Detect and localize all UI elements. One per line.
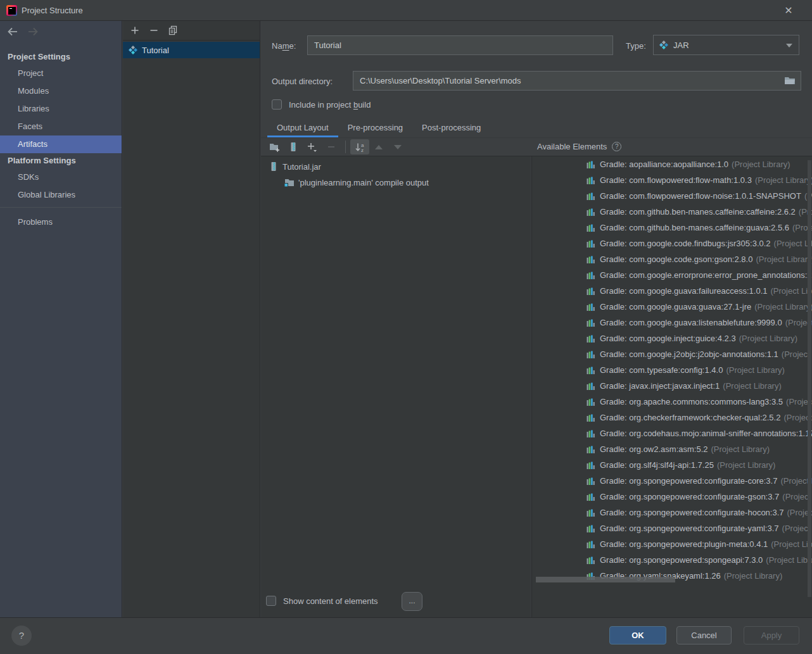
library-name: Gradle: org.spongepowered:plugin-meta:0.…	[600, 539, 768, 549]
remove-artifact-button[interactable]	[144, 23, 163, 38]
copy-artifact-icon[interactable]	[163, 23, 182, 38]
artifact-list-item-tutorial[interactable]: Tutorial	[123, 42, 260, 58]
compile-output-folder-icon	[284, 177, 295, 187]
jar-artifact-icon	[659, 40, 669, 50]
library-note: (Project Library)	[766, 555, 812, 565]
library-name: Gradle: org.spongepowered:configurate-gs…	[600, 492, 779, 501]
sort-alphabetically-toggle[interactable]: az	[350, 139, 369, 154]
name-input[interactable]: Tutorial	[307, 35, 613, 55]
library-icon	[587, 508, 595, 517]
available-element-row[interactable]: Gradle: org.spongepowered:configurate-co…	[532, 473, 812, 489]
available-element-row[interactable]: Gradle: org.slf4j:slf4j-api:1.7.25(Proje…	[532, 457, 812, 473]
add-archive-icon[interactable]	[284, 139, 303, 154]
artifact-name: Tutorial	[142, 46, 169, 55]
forward-arrow-icon[interactable]	[27, 26, 39, 37]
vertical-scrollbar[interactable]	[808, 160, 811, 597]
available-element-row[interactable]: Gradle: aopalliance:aopalliance:1.0(Proj…	[532, 156, 812, 172]
library-name: Gradle: org.spongepowered:configurate-ho…	[600, 508, 784, 517]
library-name: Gradle: com.flowpowered:flow-noise:1.0.1…	[600, 191, 801, 201]
library-note: (Project Library)	[756, 255, 812, 264]
tree-root-jar[interactable]: Tutorial.jar	[269, 161, 321, 172]
sidebar-nav: Project Settings Project Modules Librari…	[0, 49, 122, 231]
available-element-row[interactable]: Gradle: org.checkerframework:checker-qua…	[532, 410, 812, 425]
tree-child-compile-output[interactable]: 'pluginlearning.main' compile output	[284, 177, 429, 187]
available-element-row[interactable]: Gradle: javax.inject:javax.inject:1(Proj…	[532, 378, 812, 394]
horizontal-scrollbar[interactable]	[536, 577, 675, 582]
ok-button[interactable]: OK	[609, 626, 666, 645]
available-element-row[interactable]: Gradle: com.flowpowered:flow-noise:1.0.1…	[532, 188, 812, 204]
tab-post-processing[interactable]: Post-processing	[412, 119, 490, 137]
library-name: Gradle: org.spongepowered:configurate-ya…	[600, 524, 779, 533]
sidebar-item-artifacts[interactable]: Artifacts	[0, 135, 122, 153]
available-element-row[interactable]: Gradle: com.google.guava:listenablefutur…	[532, 315, 812, 330]
jar-file-icon	[269, 161, 279, 172]
available-element-row[interactable]: Gradle: com.flowpowered:flow-math:1.0.3(…	[532, 172, 812, 188]
available-element-row[interactable]: Gradle: org.spongepowered:plugin-meta:0.…	[532, 536, 812, 552]
browse-folder-icon[interactable]	[784, 75, 796, 87]
add-element-dropdown-button[interactable]	[303, 139, 322, 154]
available-element-row[interactable]: Gradle: com.github.ben-manes.caffeine:gu…	[532, 220, 812, 236]
type-select[interactable]: JAR	[653, 35, 799, 55]
move-down-icon[interactable]	[388, 139, 407, 154]
remove-element-button[interactable]	[322, 139, 341, 154]
close-icon[interactable]: ✕	[782, 4, 796, 18]
available-element-row[interactable]: Gradle: com.google.code.findbugs:jsr305:…	[532, 236, 812, 251]
sidebar-item-problems[interactable]: Problems	[0, 213, 122, 231]
back-arrow-icon[interactable]	[6, 26, 18, 37]
library-note: (Project Library)	[732, 160, 790, 169]
available-element-row[interactable]: Gradle: com.google.inject:guice:4.2.3(Pr…	[532, 330, 812, 346]
output-layout-toolbar: az	[261, 138, 812, 156]
type-label: Type:	[626, 41, 646, 51]
library-icon	[587, 477, 595, 486]
available-element-row[interactable]: Gradle: com.google.errorprone:error_pron…	[532, 267, 812, 283]
sidebar-item-sdks[interactable]: SDKs	[0, 168, 122, 186]
output-directory-input[interactable]: C:\Users\user\Desktop\Tutorial Server\mo…	[353, 71, 801, 91]
available-element-row[interactable]: Gradle: org.spongepowered:configurate-gs…	[532, 489, 812, 505]
output-directory-label: Output directory:	[272, 77, 333, 86]
library-name: Gradle: org.codehaus.mojo:animal-sniffer…	[600, 429, 812, 438]
move-up-icon[interactable]	[369, 139, 388, 154]
sidebar-section-platform-settings: Platform Settings	[0, 153, 122, 168]
available-element-row[interactable]: Gradle: com.google.code.gson:gson:2.8.0(…	[532, 251, 812, 267]
sidebar-item-facets[interactable]: Facets	[0, 118, 122, 135]
available-element-row[interactable]: Gradle: org.spongepowered:configurate-ho…	[532, 505, 812, 520]
available-element-row[interactable]: Gradle: com.google.guava:failureaccess:1…	[532, 283, 812, 299]
tab-output-layout[interactable]: Output Layout	[267, 119, 338, 137]
available-element-row[interactable]: Gradle: org.apache.commons:commons-lang3…	[532, 394, 812, 410]
library-name: Gradle: com.google.j2objc:j2objc-annotat…	[600, 349, 778, 359]
cancel-button[interactable]: Cancel	[676, 626, 732, 645]
available-element-row[interactable]: Gradle: org.spongepowered:spongeapi:7.3.…	[532, 552, 812, 568]
library-note: (Project Library)	[771, 286, 812, 296]
help-question-icon[interactable]: ?	[612, 142, 621, 151]
dialog-title: Project Structure	[22, 6, 83, 15]
sidebar-item-libraries[interactable]: Libraries	[0, 100, 122, 118]
more-options-button[interactable]: ...	[402, 592, 422, 611]
available-element-row[interactable]: Gradle: org.ow2.asm:asm:5.2(Project Libr…	[532, 441, 812, 457]
sidebar-item-global-libraries[interactable]: Global Libraries	[0, 186, 122, 204]
available-elements-panel: Gradle: aopalliance:aopalliance:1.0(Proj…	[531, 156, 812, 617]
sidebar-item-modules[interactable]: Modules	[0, 82, 122, 100]
library-name: Gradle: org.spongepowered:configurate-co…	[600, 476, 777, 486]
available-element-row[interactable]: Gradle: com.typesafe:config:1.4.0(Projec…	[532, 362, 812, 378]
tab-pre-processing[interactable]: Pre-processing	[338, 119, 412, 137]
available-element-row[interactable]: Gradle: com.google.j2objc:j2objc-annotat…	[532, 346, 812, 362]
library-name: Gradle: com.github.ben-manes.caffeine:ca…	[600, 207, 796, 217]
add-artifact-button[interactable]	[125, 23, 144, 38]
library-name: Gradle: org.apache.commons:commons-lang3…	[600, 397, 783, 406]
show-content-checkbox[interactable]	[266, 596, 276, 606]
sidebar-item-project[interactable]: Project	[0, 65, 122, 82]
available-element-row[interactable]: Gradle: com.github.ben-manes.caffeine:ca…	[532, 204, 812, 220]
apply-button[interactable]: Apply	[744, 626, 799, 645]
include-in-build-checkbox[interactable]	[272, 99, 282, 110]
available-element-row[interactable]: Gradle: com.google.guava:guava:27.1-jre(…	[532, 299, 812, 315]
include-in-build-label: Include in project build	[289, 100, 371, 110]
add-directory-icon[interactable]	[265, 139, 284, 154]
library-icon	[587, 429, 595, 438]
help-button[interactable]: ?	[11, 626, 32, 646]
library-note: (Project Library)	[771, 539, 812, 549]
library-icon	[587, 318, 595, 327]
project-structure-dialog: Project Structure ✕ Project Settings Pro…	[0, 0, 812, 654]
library-note: (Project Library)	[739, 334, 797, 343]
available-element-row[interactable]: Gradle: org.spongepowered:configurate-ya…	[532, 520, 812, 536]
available-element-row[interactable]: Gradle: org.codehaus.mojo:animal-sniffer…	[532, 425, 812, 441]
